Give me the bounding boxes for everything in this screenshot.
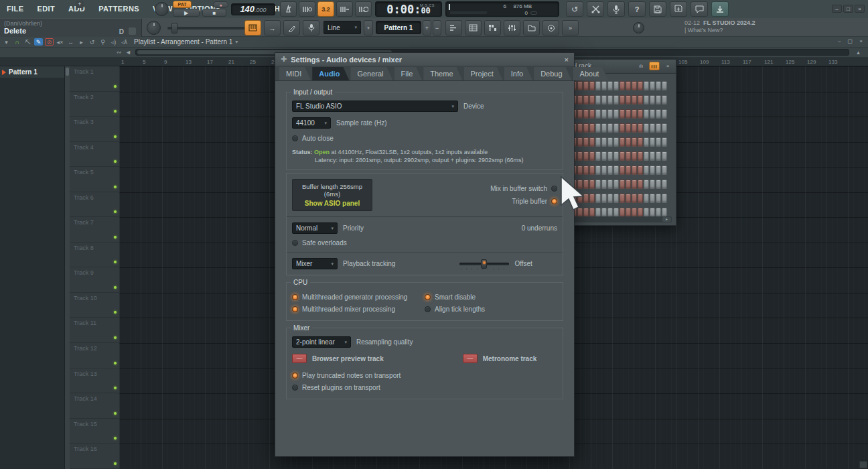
step-button[interactable] [620, 81, 625, 90]
step-button[interactable] [644, 95, 649, 105]
step-button[interactable] [626, 208, 631, 217]
scroll-corner[interactable] [859, 461, 867, 468]
track-header[interactable]: Track 6 [70, 192, 119, 218]
scroll-right-icon[interactable]: ▸ [662, 217, 671, 222]
step-button[interactable] [589, 151, 595, 161]
step-button[interactable] [613, 81, 619, 90]
play-button[interactable]: ▶ [173, 9, 200, 17]
step-button[interactable] [583, 123, 589, 133]
step-button[interactable] [626, 109, 631, 119]
settings-close-icon[interactable]: × [565, 56, 569, 64]
step-button[interactable] [632, 95, 637, 105]
keyboard-editor-icon[interactable]: III [649, 62, 660, 70]
track-led[interactable] [114, 85, 117, 88]
step-button[interactable] [589, 109, 595, 119]
buffer-length-box[interactable]: Buffer length 256smp (6ms) Show ASIO pan… [292, 179, 372, 211]
step-button[interactable] [583, 95, 589, 105]
step-button[interactable] [589, 165, 595, 175]
track-header[interactable]: Track 10 [70, 293, 119, 318]
step-button[interactable] [626, 194, 631, 203]
step-button[interactable] [638, 194, 643, 203]
typing-keyboard-button[interactable] [607, 1, 625, 17]
track-header[interactable]: Track 13 [70, 368, 119, 394]
step-button[interactable] [577, 109, 583, 119]
track-header[interactable]: Track 7 [70, 217, 119, 243]
picker-scrollbar[interactable] [65, 66, 70, 469]
step-button[interactable] [626, 137, 631, 147]
step-button[interactable] [632, 208, 637, 217]
step-button[interactable] [644, 180, 649, 189]
step-button[interactable] [589, 180, 595, 189]
step-button[interactable] [577, 81, 583, 90]
step-button[interactable] [601, 208, 607, 217]
step-button[interactable] [644, 137, 649, 147]
track-header[interactable]: Track 8 [70, 243, 119, 268]
help-button[interactable]: ? [628, 1, 646, 17]
step-button[interactable] [656, 208, 661, 217]
step-button[interactable] [632, 180, 637, 189]
step-button[interactable] [607, 208, 613, 217]
step-button[interactable] [638, 123, 643, 133]
step-button[interactable] [662, 151, 667, 161]
step-button[interactable] [595, 151, 601, 161]
step-button[interactable] [620, 180, 625, 189]
step-button[interactable] [626, 180, 631, 189]
master-pitch-knob[interactable] [155, 2, 169, 16]
option-toggle[interactable] [292, 373, 298, 379]
plugin-picker-button[interactable]: » [562, 20, 579, 36]
playlist-window-button[interactable] [445, 20, 462, 36]
preview-speaker-icon[interactable]: ◃) [109, 38, 118, 46]
pattern-up-button[interactable]: + [423, 20, 431, 36]
tab-project[interactable]: Project [464, 67, 503, 80]
window-close-button[interactable]: × [855, 5, 865, 13]
step-button[interactable] [601, 137, 607, 147]
tab-debug[interactable]: Debug [534, 67, 571, 80]
save-button[interactable] [649, 1, 666, 17]
step-button[interactable] [644, 123, 649, 133]
step-button[interactable] [656, 95, 661, 105]
step-button[interactable] [656, 151, 661, 161]
wait-for-input-button[interactable] [299, 1, 315, 17]
step-button[interactable] [662, 194, 667, 203]
step-button[interactable] [601, 151, 607, 161]
step-button[interactable] [583, 165, 589, 175]
step-button[interactable] [595, 208, 601, 217]
step-button[interactable] [607, 180, 613, 189]
step-button[interactable] [626, 81, 631, 90]
snap-magnet-icon[interactable]: ∩ [13, 38, 21, 46]
countdown-button[interactable]: 3.2 [317, 1, 334, 17]
triple-buffer-toggle[interactable] [551, 198, 557, 204]
step-button[interactable] [607, 95, 613, 105]
offset-slider[interactable] [459, 259, 509, 269]
step-button[interactable] [583, 151, 589, 161]
track-header[interactable]: Track 15 [70, 419, 119, 444]
draw-tool-icon[interactable]: ✎ [34, 38, 43, 46]
step-button[interactable] [638, 81, 643, 90]
tab-general[interactable]: General [350, 67, 392, 80]
step-button[interactable] [650, 194, 655, 203]
tools-button[interactable] [587, 1, 604, 17]
tab-about[interactable]: About [573, 67, 609, 80]
step-button[interactable] [613, 109, 619, 119]
mute-tool-icon[interactable]: ◂× [56, 38, 64, 46]
show-asio-panel-link[interactable]: Show ASIO panel [294, 200, 370, 207]
step-button[interactable] [607, 81, 613, 90]
step-button[interactable] [607, 165, 613, 175]
option-toggle[interactable] [292, 385, 298, 391]
record-button[interactable]: ● [213, 1, 228, 8]
step-button[interactable] [632, 165, 637, 175]
step-button[interactable] [632, 123, 637, 133]
add-marker-button[interactable]: + [76, 1, 84, 8]
step-button[interactable] [601, 194, 607, 203]
track-header[interactable]: Track 14 [70, 393, 119, 419]
news-whats-new-link[interactable]: | What's New? [684, 27, 723, 34]
slide-tool-icon[interactable]: ⛏ [23, 38, 32, 46]
step-edit-button[interactable]: → [264, 20, 281, 36]
step-button[interactable] [626, 95, 631, 105]
shuffle-slider-track[interactable] [167, 27, 246, 29]
step-button[interactable] [589, 137, 595, 147]
step-button[interactable] [644, 165, 649, 175]
step-button[interactable] [632, 194, 637, 203]
step-button[interactable] [577, 95, 583, 105]
track-header[interactable]: Track 5 [70, 167, 119, 192]
